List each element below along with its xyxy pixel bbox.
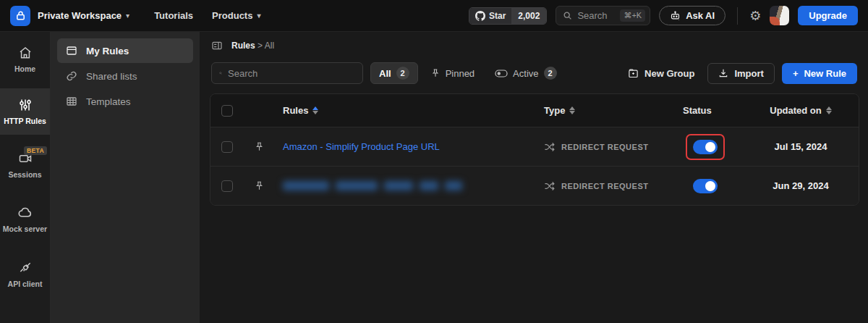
shortcut-badge: ⌘+K bbox=[620, 9, 645, 22]
rail-item-sessions[interactable]: BETA Sessions bbox=[0, 142, 50, 188]
upgrade-button[interactable]: Upgrade bbox=[798, 6, 858, 25]
collapse-sidebar-icon[interactable] bbox=[211, 40, 223, 51]
rules-search[interactable] bbox=[211, 62, 363, 84]
shuffle-icon bbox=[544, 141, 556, 153]
rule-status-toggle[interactable] bbox=[693, 179, 718, 193]
top-navbar: Private Workspace ▾ Tutorials Products ▾… bbox=[0, 0, 868, 32]
folder-plus-icon bbox=[628, 68, 639, 79]
pin-icon[interactable] bbox=[254, 141, 265, 152]
nav-tutorials[interactable]: Tutorials bbox=[154, 10, 193, 21]
rail-item-api-client[interactable]: API client bbox=[0, 251, 50, 298]
sort-icon[interactable] bbox=[826, 106, 832, 114]
avatar[interactable] bbox=[770, 6, 789, 25]
rule-status-toggle[interactable] bbox=[693, 140, 718, 154]
divider bbox=[737, 7, 738, 25]
col-type: Type bbox=[544, 105, 565, 116]
filter-toolbar: All 2 Pinned Active 2 New Group bbox=[200, 54, 868, 84]
breadcrumb: Rules > All bbox=[231, 41, 274, 51]
new-group-button[interactable]: New Group bbox=[622, 64, 700, 83]
workspace-lock-icon[interactable] bbox=[10, 6, 30, 26]
pin-icon[interactable] bbox=[254, 180, 265, 191]
tab-pinned[interactable]: Pinned bbox=[422, 64, 482, 83]
rule-name-link[interactable]: Amazon - Simplify Product Page URL bbox=[274, 141, 522, 152]
github-star-count: 2,002 bbox=[511, 8, 546, 24]
rule-name-link-redacted[interactable] bbox=[274, 181, 522, 190]
import-icon bbox=[718, 68, 728, 78]
sort-icon[interactable] bbox=[569, 106, 575, 114]
table-row: REDIRECT REQUEST Jun 29, 2024 bbox=[210, 166, 859, 205]
link-icon bbox=[66, 70, 77, 82]
search-icon bbox=[219, 68, 222, 78]
sidebar-item-shared-lists[interactable]: Shared lists bbox=[57, 64, 193, 88]
col-status: Status bbox=[683, 105, 712, 116]
sidebar-item-my-rules[interactable]: My Rules bbox=[57, 38, 193, 63]
tab-all[interactable]: All 2 bbox=[370, 62, 418, 84]
plus-icon: + bbox=[793, 68, 799, 79]
browser-window-icon bbox=[66, 45, 77, 56]
chevron-down-icon[interactable]: ▾ bbox=[126, 12, 129, 20]
github-star-button[interactable]: Star 2,002 bbox=[469, 7, 547, 25]
rule-type: REDIRECT REQUEST bbox=[522, 141, 667, 153]
sliders-icon bbox=[18, 98, 33, 112]
plug-icon bbox=[18, 261, 33, 275]
rule-updated-date: Jul 15, 2024 bbox=[743, 141, 859, 152]
select-all-checkbox[interactable] bbox=[221, 105, 233, 117]
cloud-icon bbox=[17, 205, 33, 220]
ask-ai-label: Ask AI bbox=[686, 10, 715, 21]
col-rules: Rules bbox=[283, 105, 308, 116]
rule-type: REDIRECT REQUEST bbox=[522, 180, 667, 192]
sidebar-item-templates[interactable]: Templates bbox=[57, 89, 193, 114]
table-grid-icon bbox=[66, 96, 77, 107]
ask-ai-button[interactable]: Ask AI bbox=[659, 6, 726, 25]
global-search[interactable]: ⌘+K bbox=[556, 6, 650, 25]
col-updated: Updated on bbox=[770, 105, 822, 116]
filter-tabs: All 2 Pinned Active 2 bbox=[370, 62, 565, 84]
toolbar-actions: New Group Import + New Rule bbox=[622, 63, 857, 84]
rail-item-http-rules[interactable]: HTTP Rules bbox=[0, 88, 50, 135]
new-rule-button[interactable]: + New Rule bbox=[782, 63, 857, 84]
search-icon bbox=[563, 11, 572, 20]
pin-icon bbox=[430, 68, 441, 78]
global-search-input[interactable] bbox=[577, 10, 615, 21]
app-window: Private Workspace ▾ Tutorials Products ▾… bbox=[0, 0, 868, 323]
rule-updated-date: Jun 29, 2024 bbox=[743, 180, 859, 191]
chevron-down-icon: ▾ bbox=[257, 12, 260, 20]
rail-item-home[interactable]: Home bbox=[0, 36, 50, 83]
row-checkbox[interactable] bbox=[221, 180, 233, 192]
rules-table: Rules Type Status Updated on bbox=[210, 93, 859, 206]
sort-icon[interactable] bbox=[312, 106, 318, 114]
table-row: Amazon - Simplify Product Page URL REDIR… bbox=[210, 127, 859, 166]
nav-products[interactable]: Products ▾ bbox=[212, 10, 260, 21]
github-icon bbox=[475, 11, 485, 21]
count-badge: 2 bbox=[544, 67, 557, 80]
import-button[interactable]: Import bbox=[707, 63, 774, 84]
row-checkbox[interactable] bbox=[221, 141, 233, 153]
left-rail: Home HTTP Rules BETA Sessions Mock serve… bbox=[0, 32, 51, 323]
breadcrumb-row: Rules > All bbox=[200, 32, 868, 54]
robot-icon bbox=[670, 10, 681, 21]
workspace-name[interactable]: Private Workspace bbox=[38, 10, 122, 21]
rules-sidebar: My Rules Shared lists Templates bbox=[51, 32, 200, 323]
github-star-label: Star bbox=[489, 11, 506, 21]
beta-badge: BETA bbox=[24, 146, 47, 155]
home-icon bbox=[18, 46, 33, 60]
shuffle-icon bbox=[544, 180, 556, 192]
rules-search-input[interactable] bbox=[228, 68, 355, 79]
table-header: Rules Type Status Updated on bbox=[210, 94, 859, 127]
gear-icon[interactable]: ⚙ bbox=[749, 9, 761, 22]
rail-item-mock-server[interactable]: Mock server bbox=[0, 196, 50, 243]
count-badge: 2 bbox=[396, 67, 409, 80]
tab-active[interactable]: Active 2 bbox=[487, 63, 564, 83]
toggle-icon bbox=[495, 69, 508, 78]
main-content: Rules > All All 2 Pinned bbox=[200, 32, 868, 323]
